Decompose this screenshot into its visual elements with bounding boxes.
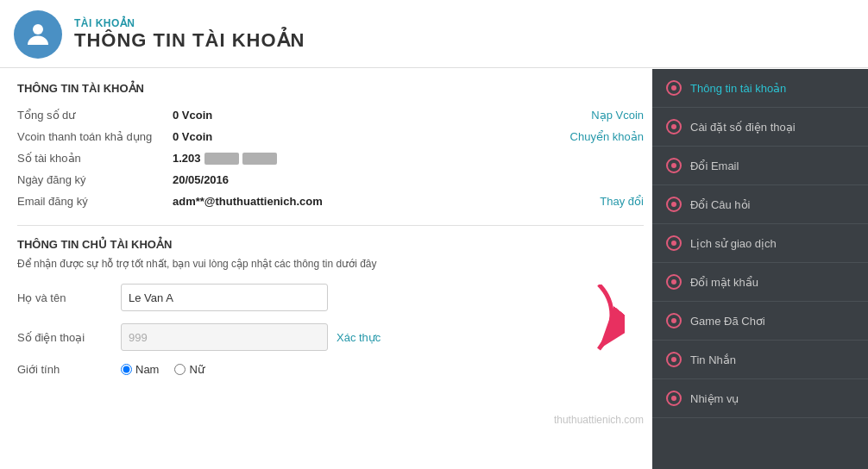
label-account-number: Số tài khoản	[17, 152, 173, 165]
account-info-table: Tổng số dư 0 Vcoin Nạp Vcoin Vcoin thanh…	[17, 109, 644, 208]
value-available: 0 Vcoin	[173, 130, 553, 143]
info-row-available: Vcoin thanh toán khả dụng 0 Vcoin Chuyển…	[17, 130, 644, 143]
sidebar-icon-8	[666, 391, 682, 406]
gender-nu[interactable]: Nữ	[174, 363, 204, 376]
sidebar-icon-3	[666, 197, 682, 212]
form-row-name: Họ và tên	[17, 284, 644, 311]
section-divider	[17, 225, 644, 226]
sidebar-label-7: Tin Nhắn	[690, 353, 736, 366]
sidebar-item-8[interactable]: Nhiệm vụ	[652, 379, 868, 418]
info-row-reg-date: Ngày đăng ký 20/05/2016	[17, 173, 644, 186]
value-balance: 0 Vcoin	[173, 109, 574, 122]
sidebar-label-6: Game Đã Chơi	[690, 315, 765, 328]
account-num-blurred	[204, 153, 239, 165]
sidebar-label-3: Đổi Câu hỏi	[690, 198, 750, 211]
phone-input-wrap: Xác thực	[121, 323, 381, 351]
value-reg-date: 20/05/2016	[173, 173, 644, 186]
header: TÀI KHOẢN THÔNG TIN TÀI KHOẢN	[0, 0, 868, 68]
label-email: Email đăng ký	[17, 195, 173, 208]
sidebar-icon-7	[666, 352, 682, 367]
account-num-display: 1.203	[173, 152, 644, 165]
sidebar-item-5[interactable]: Đổi mật khẩu	[652, 263, 868, 302]
sidebar-label-8: Nhiệm vụ	[690, 392, 739, 405]
sidebar: Thông tin tài khoảnCài đặt số điện thoại…	[652, 69, 868, 469]
form-row-phone: Số điện thoại Xác thực	[17, 323, 644, 351]
gender-options: Nam Nữ	[121, 363, 204, 376]
link-chuyen-khoan[interactable]: Chuyển khoản	[570, 130, 644, 143]
sidebar-label-2: Đổi Email	[690, 159, 739, 172]
sidebar-item-7[interactable]: Tin Nhắn	[652, 341, 868, 379]
header-title: THÔNG TIN TÀI KHOẢN	[74, 29, 305, 52]
sidebar-item-3[interactable]: Đổi Câu hỏi	[652, 185, 868, 224]
sidebar-icon-4	[666, 235, 682, 251]
form-label-name: Họ và tên	[17, 291, 121, 304]
sidebar-item-6[interactable]: Game Đã Chơi	[652, 302, 868, 341]
phone-input[interactable]	[121, 323, 328, 351]
sidebar-icon-0	[666, 80, 682, 96]
sidebar-icon-1	[666, 119, 682, 134]
value-email: adm**@thuthuattienich.com	[173, 195, 582, 208]
form-row-gender: Giới tính Nam Nữ	[17, 363, 644, 376]
avatar	[14, 10, 62, 59]
sidebar-item-4[interactable]: Lịch sử giao dịch	[652, 224, 868, 263]
sidebar-icon-2	[666, 158, 682, 173]
value-account-number: 1.203	[173, 152, 644, 165]
gender-nam[interactable]: Nam	[121, 363, 159, 376]
label-reg-date: Ngày đăng ký	[17, 173, 173, 186]
label-balance: Tổng số dư	[17, 109, 173, 122]
form-label-gender: Giới tính	[17, 363, 121, 376]
svg-point-0	[33, 24, 43, 34]
label-available: Vcoin thanh toán khả dụng	[17, 130, 173, 143]
header-subtitle: TÀI KHOẢN	[74, 17, 305, 29]
info-row-email: Email đăng ký adm**@thuthuattienich.com …	[17, 195, 644, 208]
link-nap-vcoin[interactable]: Nạp Vcoin	[591, 109, 644, 122]
sidebar-item-1[interactable]: Cài đặt số điện thoại	[652, 108, 868, 147]
header-text: TÀI KHOẢN THÔNG TIN TÀI KHOẢN	[74, 17, 305, 52]
gender-nu-radio[interactable]	[174, 364, 186, 375]
owner-info-title: THÔNG TIN CHỦ TÀI KHOẢN	[17, 238, 644, 251]
sidebar-label-4: Lịch sử giao dịch	[690, 237, 777, 250]
sidebar-label-0: Thông tin tài khoản	[690, 82, 786, 95]
info-row-account-number: Số tài khoản 1.203	[17, 152, 644, 165]
verify-link[interactable]: Xác thực	[337, 331, 381, 344]
info-row-balance: Tổng số dư 0 Vcoin Nạp Vcoin	[17, 109, 644, 122]
name-input[interactable]	[121, 284, 328, 311]
account-num-visible: 1.203	[173, 152, 201, 165]
sidebar-item-0[interactable]: Thông tin tài khoản	[652, 69, 868, 108]
user-icon	[22, 19, 53, 50]
watermark: thuthuattienich.com	[554, 414, 644, 426]
sidebar-icon-5	[666, 274, 682, 290]
sidebar-label-5: Đổi mật khẩu	[690, 276, 758, 289]
gender-nam-radio[interactable]	[121, 364, 132, 375]
sidebar-item-2[interactable]: Đổi Email	[652, 147, 868, 185]
sidebar-label-1: Cài đặt số điện thoại	[690, 121, 796, 134]
owner-info-desc: Để nhận được sự hỗ trợ tốt nhất, bạn vui…	[17, 258, 644, 270]
account-num-blurred2	[242, 153, 277, 165]
sidebar-icon-6	[666, 313, 682, 328]
link-thay-doi-email[interactable]: Thay đổi	[600, 195, 644, 208]
account-info-title: THÔNG TIN TÀI KHOẢN	[17, 82, 644, 97]
form-label-phone: Số điện thoại	[17, 331, 121, 344]
